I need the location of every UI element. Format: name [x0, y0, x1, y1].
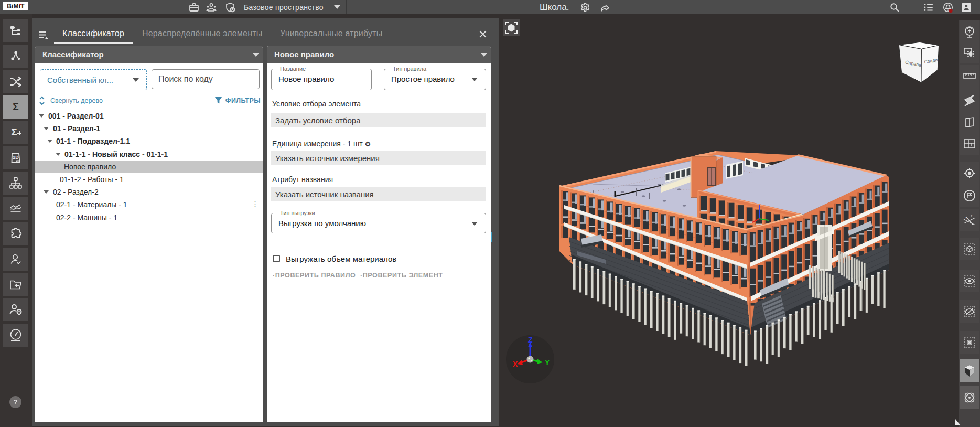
svg-text:Σ: Σ [11, 126, 17, 137]
svg-text:2D: 2D [13, 155, 19, 160]
svg-text:Y: Y [545, 358, 550, 367]
svg-text:Σ: Σ [13, 101, 18, 112]
svg-text:X: X [513, 360, 518, 368]
svg-text:Z: Z [528, 336, 533, 344]
svg-text:2: 2 [971, 215, 973, 218]
